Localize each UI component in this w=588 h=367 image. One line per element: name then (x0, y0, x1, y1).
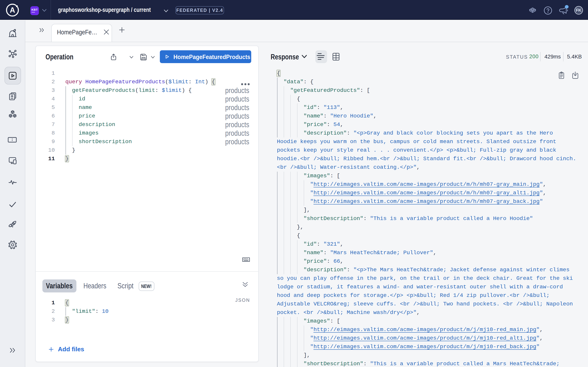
svg-text:A: A (10, 6, 15, 14)
